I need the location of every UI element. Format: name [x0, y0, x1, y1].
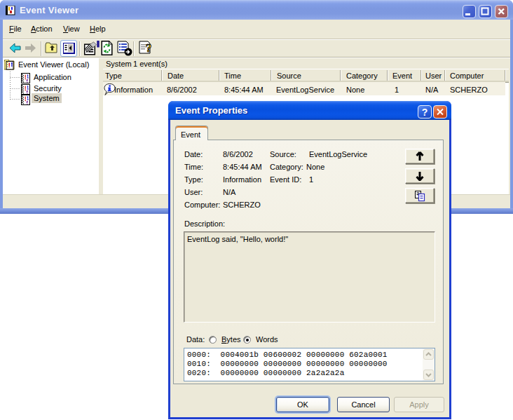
svg-text:?: ? [422, 107, 428, 118]
svg-text:?: ? [146, 41, 152, 55]
